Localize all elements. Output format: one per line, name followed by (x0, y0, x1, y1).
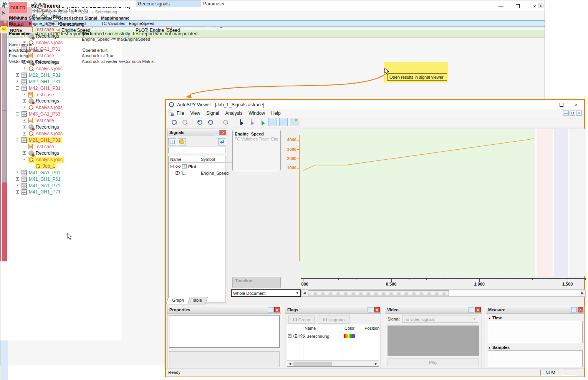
tree-expander[interactable]: + (16, 171, 19, 174)
mdi-minimize-button[interactable]: — (563, 111, 569, 116)
tree-item[interactable]: +Test case (0, 117, 122, 124)
flags-scrollbar-thumb[interactable] (293, 362, 332, 366)
chart-scrollbar-thumb[interactable] (308, 290, 449, 296)
tree-item[interactable]: +Test case (0, 91, 122, 98)
menu-item[interactable]: View (190, 111, 200, 116)
scroll-left-icon[interactable]: ◀ (287, 361, 293, 366)
menu-item[interactable]: Signal (206, 111, 219, 116)
signals-filter-input[interactable] (168, 147, 225, 153)
tree-scrollbar[interactable] (0, 340, 8, 380)
video-minimize-button[interactable]: — (469, 307, 474, 312)
scroll-right-icon[interactable]: ▶ (373, 361, 379, 366)
tree-item[interactable]: −M21_GH1_P31 (0, 137, 122, 144)
folder-view-button[interactable] (178, 138, 186, 145)
tree-expander[interactable]: + (23, 67, 26, 70)
mdi-close-button[interactable]: × (576, 111, 582, 116)
anchor-2-button[interactable] (279, 118, 288, 126)
anchor-1-button[interactable] (268, 118, 277, 126)
menu-item[interactable]: File (177, 111, 184, 116)
video-signal-select[interactable]: no video signals ▼ (402, 316, 478, 323)
scroll-left-icon[interactable]: ◀ (301, 290, 307, 296)
tree-expander[interactable]: − (16, 112, 19, 116)
properties-close-button[interactable]: × (274, 307, 280, 312)
autospy-close-button[interactable]: × (569, 100, 583, 109)
group-button[interactable]: Group (288, 316, 315, 324)
tree-expander[interactable]: + (23, 126, 26, 129)
tree-item[interactable]: +M41_GH1_P71 (0, 189, 122, 195)
tree-expander[interactable]: + (23, 99, 26, 103)
properties-minimize-button[interactable]: — (268, 307, 273, 312)
tree-item[interactable]: −Analysis jobs (0, 156, 122, 163)
mdi-restore-button[interactable] (570, 111, 575, 116)
signals-row[interactable]: −Plot (169, 163, 225, 170)
measure-samples-section[interactable]: ▲Samples (488, 345, 510, 350)
cursor-auto-button[interactable] (258, 118, 266, 126)
tree-item[interactable]: +M41_GH1_P61 (0, 176, 122, 182)
measure-time-section[interactable]: ▲Time (488, 316, 502, 320)
flags-close-button[interactable]: × (374, 307, 380, 312)
tree-expander[interactable]: + (16, 184, 19, 187)
row-expander[interactable]: + (288, 334, 292, 338)
tree-expander[interactable]: + (16, 177, 19, 181)
tree-item[interactable]: +Analysis jobs (0, 131, 122, 137)
signals-minimize-button[interactable]: — (214, 130, 220, 135)
autospy-minimize-button[interactable]: — (540, 100, 554, 109)
pointer-zoom-button[interactable] (221, 118, 230, 126)
flags-column-header[interactable]: Name (303, 325, 343, 332)
tree-expander[interactable]: + (16, 80, 19, 83)
tree-expander[interactable]: − (16, 86, 19, 90)
column-view-button[interactable] (168, 138, 176, 145)
menu-item[interactable]: Window (248, 111, 265, 116)
zoom-previous-button[interactable] (181, 118, 189, 126)
chart-h-scrollbar[interactable]: ◀ ▶ (301, 289, 586, 297)
tree-item[interactable]: Test case (0, 143, 122, 150)
tab-graph[interactable]: Graph (166, 297, 190, 304)
measure-close-button[interactable]: × (578, 307, 583, 312)
range-selector[interactable]: Whole Document ▼ (231, 289, 301, 297)
cursor-1-button[interactable] (236, 118, 245, 126)
tree-item[interactable]: +Recordings (0, 98, 122, 104)
tree-item[interactable]: +M41_GA1_P61 (0, 169, 122, 176)
tree-expander[interactable]: − (23, 158, 26, 161)
chart-plot-area[interactable] (301, 129, 586, 276)
tree-item[interactable]: Job_1 (0, 163, 122, 169)
tree-item[interactable]: −M42_GH1_P31 (0, 85, 122, 91)
tree-expander[interactable]: + (23, 93, 26, 96)
ungroup-button[interactable]: Ungroup (318, 316, 350, 324)
splitter-handle[interactable] (206, 349, 240, 350)
autospy-maximize-button[interactable] (554, 100, 569, 109)
tree-item[interactable]: +Recordings (0, 150, 122, 156)
tree-item[interactable]: +M32_GH1_P31 (0, 78, 122, 85)
signal-legend[interactable]: Engine_Speed TC Variables Trace_Engi... (232, 130, 281, 171)
eye-icon[interactable] (176, 165, 181, 168)
tree-item[interactable]: +Analysis jobs (0, 104, 122, 111)
eye-icon[interactable] (293, 334, 298, 338)
swap-button[interactable]: ⇄ (218, 138, 226, 145)
tree-expander[interactable]: + (16, 73, 19, 77)
scroll-right-icon[interactable]: ▶ (580, 290, 585, 296)
tree-item[interactable]: +Recordings (0, 124, 122, 131)
play-button[interactable]: Play (388, 359, 479, 366)
anchor-3-button[interactable] (290, 118, 298, 126)
menu-item[interactable]: Analysis (225, 111, 243, 116)
menu-item[interactable]: Help (271, 111, 281, 116)
tree-expander[interactable]: + (23, 119, 26, 122)
zoom-in-button[interactable]: + (195, 118, 204, 126)
tree-expander[interactable]: + (23, 106, 26, 109)
flags-column-header[interactable]: Color (343, 325, 363, 332)
flags-row[interactable]: +Berechnung (287, 333, 379, 339)
eye-icon[interactable] (175, 171, 180, 175)
tree-expander[interactable]: − (170, 165, 174, 168)
tree-expander[interactable]: + (23, 132, 26, 135)
tree-item[interactable]: +M22_GH1_P31 (0, 72, 122, 78)
tree-item[interactable]: −M43_GA1_P33 (0, 111, 122, 117)
signals-close-button[interactable]: × (220, 130, 226, 135)
measure-minimize-button[interactable]: — (571, 307, 577, 312)
tree-item[interactable]: +Analysis jobs (0, 65, 122, 72)
flags-column-header[interactable]: Position (363, 325, 386, 332)
tree-item[interactable]: +M41_GA1_P71 (0, 182, 122, 189)
cursor-2-button[interactable] (247, 118, 255, 126)
flags-minimize-button[interactable]: — (368, 307, 373, 312)
video-close-button[interactable]: × (475, 307, 481, 312)
flags-h-scrollbar[interactable]: ◀ ▶ (287, 360, 379, 366)
